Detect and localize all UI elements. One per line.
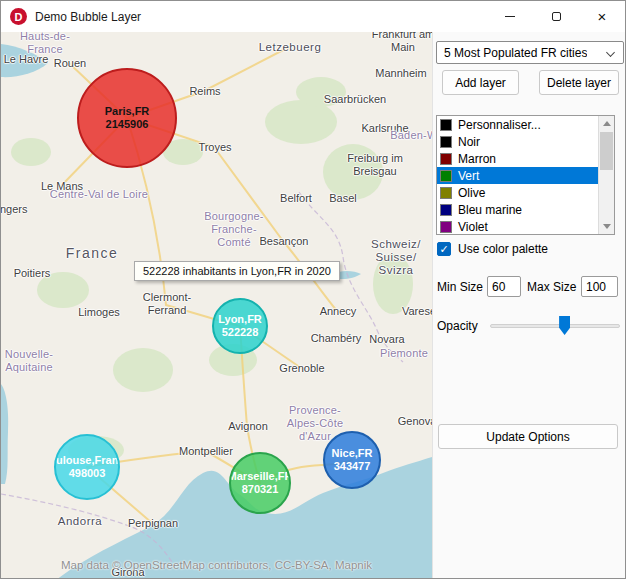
palette-item[interactable]: Olive <box>437 184 598 201</box>
minimize-button[interactable] <box>487 1 533 32</box>
map-attribution: Map data © OpenStreetMap contributors, C… <box>61 559 372 571</box>
minimize-icon <box>505 16 515 17</box>
palette-item[interactable]: Bleu marine <box>437 201 598 218</box>
scrollbar-thumb[interactable] <box>600 132 613 170</box>
color-swatch <box>440 204 452 216</box>
opacity-label: Opacity <box>437 319 478 333</box>
bubble-value-label: 870321 <box>242 483 279 496</box>
maximize-button[interactable] <box>533 1 579 32</box>
app-icon: D <box>10 8 27 25</box>
palette-item-label: Noir <box>458 135 480 149</box>
close-icon: × <box>598 9 607 24</box>
color-list-items: Personnaliser...NoirMarronVertOliveBleu … <box>437 116 598 234</box>
min-size-label: Min Size <box>437 280 483 294</box>
palette-item-label: Bleu marine <box>458 203 522 217</box>
palette-item-label: Violet <box>458 220 488 234</box>
map-canvas[interactable]: Hauts-de- FranceLetzebuergFrankfurt am M… <box>1 32 432 578</box>
city-bubble[interactable]: Paris,FR2145906 <box>77 68 177 168</box>
options-panel: 5 Most Populated FR cities Add layer Del… <box>432 32 625 578</box>
bubble-city-label: Toulouse,France <box>54 454 120 467</box>
check-icon: ✓ <box>439 244 448 255</box>
palette-item-label: Vert <box>458 169 479 183</box>
min-size-input[interactable] <box>487 276 521 297</box>
bubble-value-label: 2145906 <box>106 118 149 131</box>
bubble-value-label: 343477 <box>334 460 371 473</box>
slider-track[interactable] <box>490 324 620 328</box>
color-swatch <box>440 221 452 233</box>
bubble-value-label: 498003 <box>69 467 106 480</box>
size-row: Min Size Max Size <box>437 276 622 297</box>
close-button[interactable]: × <box>579 1 625 32</box>
scroll-down-icon[interactable] <box>603 224 611 229</box>
city-bubble[interactable]: Lyon,FR522228 <box>212 298 268 354</box>
chevron-down-icon <box>606 48 615 57</box>
map-tooltip: 522228 inhabitants in Lyon,FR in 2020 <box>134 261 340 281</box>
max-size-input[interactable] <box>581 276 618 297</box>
bubble-city-label: Lyon,FR <box>218 313 262 326</box>
app-window: D Demo Bubble Layer × <box>0 0 626 579</box>
window-content: Hauts-de- FranceLetzebuergFrankfurt am M… <box>1 32 625 578</box>
bubble-value-label: 522228 <box>222 326 259 339</box>
opacity-slider[interactable] <box>490 315 620 337</box>
layer-select[interactable]: 5 Most Populated FR cities <box>436 41 624 64</box>
palette-item[interactable]: Marron <box>437 150 598 167</box>
palette-item[interactable]: Personnaliser... <box>437 116 598 133</box>
color-swatch <box>440 187 452 199</box>
bubble-city-label: Nice,FR <box>332 447 373 460</box>
add-layer-button[interactable]: Add layer <box>442 70 519 95</box>
city-bubble[interactable]: Nice,FR343477 <box>323 431 381 489</box>
layer-select-value: 5 Most Populated FR cities <box>444 46 587 60</box>
city-bubble[interactable]: Marseille,FR870321 <box>229 452 291 514</box>
palette-item[interactable]: Vert <box>437 167 598 184</box>
slider-thumb[interactable] <box>559 316 570 335</box>
max-size-label: Max Size <box>527 280 576 294</box>
use-color-palette-row: ✓ Use color palette <box>437 242 548 256</box>
window-title: Demo Bubble Layer <box>35 10 487 24</box>
maximize-icon <box>552 12 561 21</box>
palette-item[interactable]: Violet <box>437 218 598 234</box>
update-options-button[interactable]: Update Options <box>438 424 618 449</box>
titlebar: D Demo Bubble Layer × <box>1 1 625 32</box>
palette-item[interactable]: Noir <box>437 133 598 150</box>
scroll-up-icon[interactable] <box>603 121 611 126</box>
city-bubble[interactable]: Toulouse,France498003 <box>54 434 120 500</box>
color-swatch <box>440 119 452 131</box>
use-color-palette-label: Use color palette <box>458 242 548 256</box>
color-swatch <box>440 136 452 148</box>
listbox-scrollbar[interactable] <box>598 116 614 234</box>
color-swatch <box>440 153 452 165</box>
palette-item-label: Personnaliser... <box>458 118 541 132</box>
delete-layer-button[interactable]: Delete layer <box>539 70 619 95</box>
color-listbox: Personnaliser...NoirMarronVertOliveBleu … <box>436 115 615 235</box>
use-color-palette-checkbox[interactable]: ✓ <box>437 242 451 256</box>
bubble-city-label: Marseille,FR <box>229 470 291 483</box>
app-icon-letter: D <box>15 11 23 23</box>
map-artwork <box>1 32 432 578</box>
palette-item-label: Marron <box>458 152 496 166</box>
palette-item-label: Olive <box>458 186 485 200</box>
window-controls: × <box>487 1 625 32</box>
opacity-row: Opacity <box>437 315 622 337</box>
bubble-city-label: Paris,FR <box>105 105 150 118</box>
color-swatch <box>440 170 452 182</box>
